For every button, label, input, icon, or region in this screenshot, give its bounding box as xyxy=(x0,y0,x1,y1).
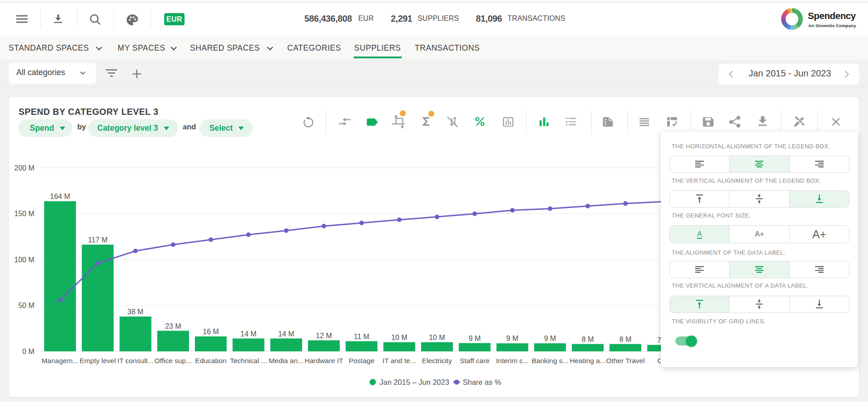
svg-text:Electricity: Electricity xyxy=(422,357,452,364)
svg-text:50 M: 50 M xyxy=(18,302,34,309)
svg-text:11 M: 11 M xyxy=(354,333,369,341)
svg-text:9 M: 9 M xyxy=(469,335,481,342)
svg-text:150 M: 150 M xyxy=(14,210,34,218)
svg-text:10 M: 10 M xyxy=(391,334,408,341)
svg-text:14 M: 14 M xyxy=(278,330,294,338)
svg-text:0 M: 0 M xyxy=(22,348,34,355)
svg-text:Banking s...: Banking s... xyxy=(532,357,569,364)
svg-text:Other Travel: Other Travel xyxy=(606,357,645,364)
svg-text:Managem...: Managem... xyxy=(42,357,79,364)
svg-text:100 M: 100 M xyxy=(14,256,34,264)
svg-text:Technical ...: Technical ... xyxy=(230,357,267,364)
svg-text:23 M: 23 M xyxy=(165,322,181,330)
svg-text:9 M: 9 M xyxy=(506,335,518,342)
svg-text:Share as %: Share as % xyxy=(463,378,502,386)
svg-text:16 M: 16 M xyxy=(203,328,219,336)
svg-text:12 M: 12 M xyxy=(316,332,332,340)
svg-text:8 M: 8 M xyxy=(582,336,594,343)
svg-text:10 M: 10 M xyxy=(429,334,445,341)
svg-text:Media an...: Media an... xyxy=(269,357,304,364)
svg-text:IT and te...: IT and te... xyxy=(383,357,416,364)
svg-text:Heating a...: Heating a... xyxy=(570,357,606,364)
svg-text:Jan 2015 – Jun 2023: Jan 2015 – Jun 2023 xyxy=(379,378,449,386)
svg-text:Hardware IT: Hardware IT xyxy=(304,357,343,364)
svg-text:8 M: 8 M xyxy=(619,336,631,343)
svg-text:164 M: 164 M xyxy=(50,193,70,200)
svg-text:38 M: 38 M xyxy=(128,308,144,316)
svg-text:Staff care: Staff care xyxy=(460,357,489,364)
svg-text:Interim c...: Interim c... xyxy=(496,357,529,364)
svg-text:200 M: 200 M xyxy=(14,164,34,172)
svg-text:IT consult...: IT consult... xyxy=(117,357,153,364)
svg-text:9 M: 9 M xyxy=(544,335,556,342)
svg-text:117 M: 117 M xyxy=(88,236,107,244)
svg-text:Postage: Postage xyxy=(349,357,375,364)
svg-text:Empty level: Empty level xyxy=(80,357,116,364)
svg-text:14 M: 14 M xyxy=(241,330,257,338)
svg-text:Education: Education xyxy=(195,357,227,364)
svg-text:Office sup...: Office sup... xyxy=(154,357,191,364)
